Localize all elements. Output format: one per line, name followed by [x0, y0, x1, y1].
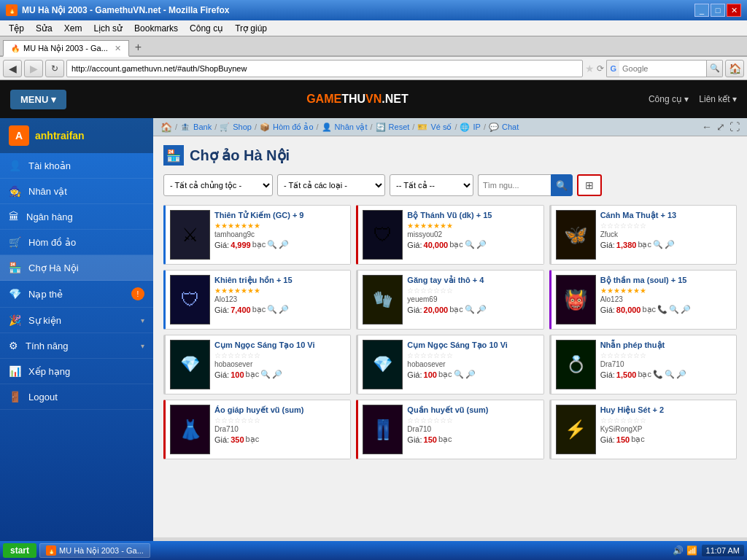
zoom13-icon[interactable]: 🔍: [260, 370, 271, 379]
start-button[interactable]: start: [3, 543, 36, 558]
search-items-input[interactable]: [478, 174, 551, 196]
zoom3-icon[interactable]: 🔍: [465, 240, 475, 249]
zoom8-icon[interactable]: 🔎: [279, 305, 289, 314]
bc-sep-7: /: [484, 122, 486, 131]
sidebar-item-nap-the[interactable]: 💎 Nạp thẻ !: [0, 281, 153, 308]
sidebar-item-ngan-hang[interactable]: 🏛 Ngân hàng: [0, 204, 153, 230]
item-price-row-9: Giá: 350 bạc: [214, 435, 346, 444]
back-button[interactable]: ◀: [3, 60, 22, 77]
minimize-button[interactable]: _: [694, 4, 709, 17]
tai-khoan-label: Tài khoản: [28, 160, 71, 171]
zoom2-icon[interactable]: 🔎: [279, 240, 289, 249]
bc-action-prev[interactable]: ←: [702, 121, 712, 133]
type-filter[interactable]: - Tất cả các loại -: [277, 174, 385, 196]
bookmark-star-icon[interactable]: ★: [585, 63, 595, 74]
bc-bank[interactable]: Bank: [193, 122, 212, 131]
zoom15-icon[interactable]: 🔍: [454, 370, 464, 379]
zoom18-icon[interactable]: 🔎: [676, 370, 686, 379]
bc-home-icon[interactable]: 🏠: [160, 122, 172, 133]
phone8-icon[interactable]: 📞: [653, 370, 663, 379]
sidebar-item-xep-hang[interactable]: 📊 Xếp hạng: [0, 359, 153, 384]
sidebar-item-su-kien[interactable]: 🎉 Sự kiện ▾: [0, 308, 153, 333]
sort-filter[interactable]: -- Tất cả --: [390, 174, 473, 196]
volume-icon: 🔊: [673, 545, 684, 556]
refresh-button[interactable]: ↻: [45, 60, 64, 77]
nap-the-badge: !: [131, 287, 144, 300]
su-kien-label: Sự kiện: [28, 315, 133, 326]
new-tab-button[interactable]: +: [129, 39, 147, 55]
hom-do-ao-label: Hòm đồ ảo: [28, 237, 76, 248]
menu-view[interactable]: Xem: [58, 22, 88, 35]
view-toggle-button[interactable]: ⊞: [577, 174, 602, 196]
bc-hom-icon: 📦: [260, 122, 270, 132]
menu-file[interactable]: Tệp: [3, 22, 30, 35]
bc-ip[interactable]: IP: [473, 122, 480, 131]
menu-bookmarks[interactable]: Bookmarks: [128, 22, 184, 35]
sidebar-item-tai-khoan[interactable]: 👤 Tài khoản: [0, 153, 153, 179]
maximize-button[interactable]: □: [711, 4, 725, 17]
bc-nv[interactable]: Nhân vật: [335, 122, 368, 132]
bc-ve[interactable]: Vé số: [430, 122, 452, 132]
item-seller-0: tamhoang9c: [214, 230, 346, 238]
zoom6-icon[interactable]: 🔎: [665, 240, 675, 249]
lien-ket-link[interactable]: Liên kết ▾: [699, 94, 737, 104]
menu-edit[interactable]: Sửa: [30, 22, 58, 35]
bc-sep-4: /: [371, 122, 373, 131]
zoom14-icon[interactable]: 🔎: [272, 370, 282, 379]
close-button[interactable]: ✕: [727, 4, 741, 17]
item-price-10: 150: [424, 435, 437, 444]
site-menu-button[interactable]: MENU ▾: [10, 90, 66, 109]
item-info-6: Cụm Ngọc Sáng Tạo 10 Vi ☆☆☆☆☆☆☆ hobaosev…: [214, 340, 346, 379]
menu-tools[interactable]: Công cụ: [184, 22, 229, 35]
search-input[interactable]: [619, 60, 707, 77]
zoom11-icon[interactable]: 🔍: [669, 305, 679, 314]
xep-hang-icon: 📊: [9, 365, 21, 377]
menu-history[interactable]: Lịch sử: [88, 22, 128, 35]
zoom12-icon[interactable]: 🔎: [681, 305, 691, 314]
item-image-11: ⚡: [556, 405, 596, 454]
bc-sep-5: /: [412, 122, 414, 131]
bc-bank-icon: 🏦: [180, 122, 190, 132]
zoom10-icon[interactable]: 🔎: [476, 305, 487, 314]
search-items-button[interactable]: 🔍: [551, 174, 573, 196]
zoom16-icon[interactable]: 🔎: [465, 370, 476, 379]
tab-close[interactable]: ✕: [115, 44, 121, 53]
item-seller-7: hobaosever: [407, 360, 538, 368]
phone5-icon[interactable]: 📞: [657, 305, 667, 314]
zoom1-icon[interactable]: 🔍: [267, 240, 277, 249]
home-button[interactable]: 🏠: [725, 60, 744, 77]
search-go-button[interactable]: 🔍: [707, 60, 723, 77]
xep-hang-label: Xếp hạng: [28, 366, 70, 377]
window-controls[interactable]: _ □ ✕: [694, 4, 741, 17]
forward-button[interactable]: ▶: [24, 60, 43, 77]
sidebar-item-logout[interactable]: 🚪 Logout: [0, 384, 153, 410]
taskbar-clock: 11:07 AM: [702, 545, 744, 556]
zoom17-icon[interactable]: 🔍: [665, 370, 675, 379]
bc-shop[interactable]: Shop: [233, 122, 252, 131]
sidebar: A anhtraifan 👤 Tài khoản 🧙 Nhân vật 🏛 Ng…: [0, 118, 153, 541]
sidebar-item-cho-ha-noi[interactable]: 🏪 Chợ Hà Nội: [0, 255, 153, 281]
cong-cu-link[interactable]: Công cụ ▾: [649, 94, 689, 104]
item-price-row-7: Giá: 100 bạc 🔍 🔎: [407, 370, 538, 379]
race-filter[interactable]: - Tất cả chủng tộc -: [163, 174, 273, 196]
bc-action-fullscreen[interactable]: ⛶: [729, 121, 740, 133]
zoom5-icon[interactable]: 🔍: [653, 240, 663, 249]
active-tab[interactable]: 🔥 MU Hà Nội 2003 - Ga... ✕: [3, 40, 129, 57]
sidebar-item-nhan-vat[interactable]: 🧙 Nhân vật: [0, 179, 153, 204]
zoom4-icon[interactable]: 🔎: [476, 240, 487, 249]
address-input[interactable]: [66, 60, 583, 77]
bc-chat[interactable]: Chat: [502, 122, 519, 131]
bc-reset[interactable]: Reset: [389, 122, 410, 131]
bc-hom[interactable]: Hòm đồ ảo: [273, 122, 314, 132]
menu-help[interactable]: Trợ giúp: [229, 22, 273, 35]
item-price-row-4: Giá: 20,000 bạc 🔍 🔎: [407, 305, 538, 314]
zoom9-icon[interactable]: 🔍: [465, 305, 475, 314]
bc-action-expand[interactable]: ⤢: [716, 121, 725, 133]
sidebar-item-tinh-nang[interactable]: ⚙ Tính năng ▾: [0, 333, 153, 359]
sidebar-item-hom-do-ao[interactable]: 🛒 Hòm đồ ảo: [0, 230, 153, 255]
refresh-small-icon[interactable]: ⟳: [597, 63, 604, 74]
su-kien-arrow-icon: ▾: [141, 316, 144, 324]
taskbar-browser-item[interactable]: 🔥 MU Hà Nội 2003 - Ga...: [39, 543, 150, 558]
tinh-nang-arrow-icon: ▾: [141, 342, 144, 350]
zoom7-icon[interactable]: 🔍: [267, 305, 277, 314]
